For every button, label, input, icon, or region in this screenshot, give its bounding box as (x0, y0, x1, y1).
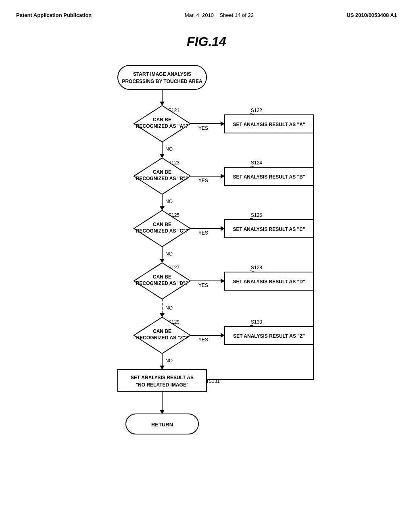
header-date-sheet: Mar. 4, 2010 Sheet 14 of 22 (185, 12, 254, 18)
svg-text:S126: S126 (251, 212, 262, 218)
svg-text:NO: NO (165, 146, 173, 152)
svg-text:RECOGNIZED AS "A"?: RECOGNIZED AS "A"? (136, 123, 188, 129)
flowchart-svg: START IMAGE ANALYSIS PROCESSING BY TOUCH… (65, 61, 348, 497)
svg-text:PROCESSING BY TOUCHED AREA: PROCESSING BY TOUCHED AREA (122, 79, 202, 84)
svg-marker-55 (221, 278, 225, 283)
svg-text:CAN BE: CAN BE (153, 274, 171, 280)
svg-text:YES: YES (198, 337, 208, 343)
header-sheet: Sheet 14 of 22 (219, 12, 254, 18)
svg-marker-77 (160, 366, 165, 370)
svg-text:CAN BE: CAN BE (153, 117, 171, 123)
svg-text:RECOGNIZED AS "D"?: RECOGNIZED AS "D"? (136, 281, 188, 286)
svg-text:RECOGNIZED AS "B"?: RECOGNIZED AS "B"? (136, 176, 188, 181)
header-date: Mar. 4, 2010 (185, 12, 214, 18)
svg-marker-16 (160, 154, 165, 158)
svg-text:SET ANALYSIS RESULT AS "Z": SET ANALYSIS RESULT AS "Z" (233, 333, 305, 339)
svg-text:NO: NO (165, 199, 173, 204)
svg-text:RETURN: RETURN (151, 422, 173, 428)
svg-text:S124: S124 (251, 160, 262, 166)
svg-text:NO: NO (165, 305, 173, 311)
svg-text:SET ANALYSIS RESULT AS "C": SET ANALYSIS RESULT AS "C" (233, 227, 305, 232)
svg-text:S131: S131 (209, 378, 220, 384)
svg-text:SET ANALYSIS RESULT AS "A": SET ANALYSIS RESULT AS "A" (233, 122, 305, 127)
svg-marker-84 (160, 410, 165, 414)
svg-text:CAN BE: CAN BE (153, 169, 171, 175)
svg-text:S122: S122 (251, 108, 262, 113)
svg-text:CAN BE: CAN BE (153, 328, 171, 334)
svg-text:SET ANALYSIS RESULT AS: SET ANALYSIS RESULT AS (131, 375, 194, 380)
svg-marker-10 (221, 121, 225, 126)
svg-text:YES: YES (198, 178, 208, 183)
svg-text:S130: S130 (251, 319, 262, 325)
svg-text:"NO RELATED IMAGE": "NO RELATED IMAGE" (136, 382, 188, 388)
svg-rect-0 (118, 65, 206, 89)
figure-title: FIG.14 (16, 34, 397, 49)
header-publication: Patent Application Publication (16, 12, 92, 18)
svg-text:CAN BE: CAN BE (153, 222, 171, 227)
flowchart-container: START IMAGE ANALYSIS PROCESSING BY TOUCH… (65, 61, 348, 498)
svg-text:NO: NO (165, 251, 173, 257)
svg-text:YES: YES (198, 283, 208, 288)
svg-text:S128: S128 (251, 265, 262, 270)
svg-marker-35 (160, 206, 165, 210)
svg-text:NO: NO (165, 358, 173, 364)
svg-text:SET ANALYSIS RESULT AS "D": SET ANALYSIS RESULT AS "D" (233, 279, 305, 285)
page-header: Patent Application Publication Mar. 4, 2… (16, 8, 397, 26)
svg-marker-4 (160, 102, 165, 106)
svg-rect-79 (118, 370, 206, 392)
svg-marker-42 (221, 226, 225, 231)
svg-marker-68 (221, 333, 225, 338)
svg-marker-48 (160, 259, 165, 263)
svg-text:RECOGNIZED AS "C"?: RECOGNIZED AS "C"? (136, 228, 188, 234)
page: Patent Application Publication Mar. 4, 2… (0, 0, 413, 532)
header-patent-number: US 2010/0053408 A1 (346, 12, 397, 18)
svg-marker-23 (221, 174, 225, 179)
svg-marker-61 (160, 313, 165, 317)
svg-text:YES: YES (198, 125, 208, 131)
svg-text:START IMAGE ANALYSIS: START IMAGE ANALYSIS (133, 71, 191, 77)
svg-text:RECOGNIZED AS "Z"?: RECOGNIZED AS "Z"? (136, 335, 188, 341)
svg-text:SET ANALYSIS RESULT AS "B": SET ANALYSIS RESULT AS "B" (233, 174, 305, 180)
svg-text:YES: YES (198, 230, 208, 236)
